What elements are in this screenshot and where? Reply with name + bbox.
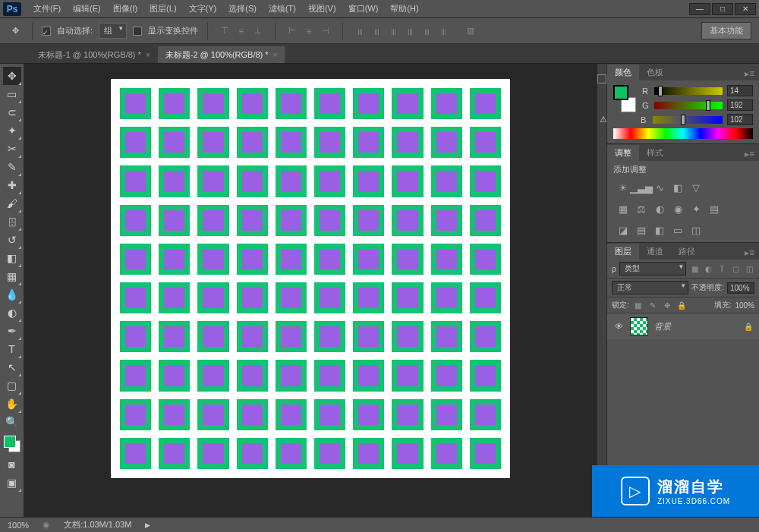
brush-tool[interactable]: 🖌 bbox=[3, 194, 21, 212]
menu-filter[interactable]: 滤镜(T) bbox=[263, 2, 302, 16]
screenmode-tool[interactable]: ▣ bbox=[3, 474, 21, 492]
bw-icon[interactable]: ◐ bbox=[653, 203, 666, 215]
distribute-icon[interactable]: ⫼ bbox=[352, 24, 367, 39]
auto-select-dropdown[interactable]: 组 bbox=[99, 23, 127, 39]
document-tab-2[interactable]: 未标题-2 @ 100%(RGB/8) * × bbox=[158, 46, 285, 63]
hue-icon[interactable]: ▦ bbox=[616, 203, 630, 215]
tab-swatches[interactable]: 色板 bbox=[639, 65, 671, 80]
panel-menu-icon[interactable]: ▸≡ bbox=[740, 246, 759, 260]
filter-shape-icon[interactable]: ▢ bbox=[730, 265, 741, 273]
distribute-icon[interactable]: ⫼ bbox=[419, 24, 434, 39]
blend-mode-dropdown[interactable]: 正常 bbox=[612, 281, 688, 294]
b-value[interactable]: 102 bbox=[727, 114, 753, 125]
history-brush-tool[interactable]: ↺ bbox=[3, 231, 21, 249]
lasso-tool[interactable]: ⊂ bbox=[3, 103, 21, 121]
arrange-icon[interactable]: ▥ bbox=[463, 24, 478, 39]
tab-color[interactable]: 颜色 bbox=[607, 65, 639, 80]
align-vcenter-icon[interactable]: ≡ bbox=[234, 24, 249, 39]
layer-thumbnail[interactable] bbox=[630, 317, 648, 335]
blur-tool[interactable]: 💧 bbox=[3, 285, 21, 304]
align-hcenter-icon[interactable]: ≡ bbox=[301, 24, 317, 39]
photo-filter-icon[interactable]: ◉ bbox=[671, 203, 685, 215]
zoom-level[interactable]: 100% bbox=[8, 521, 29, 530]
minimize-button[interactable]: — bbox=[689, 3, 710, 15]
channel-mixer-icon[interactable]: ✦ bbox=[689, 203, 703, 215]
tab-paths[interactable]: 路径 bbox=[671, 244, 703, 260]
stamp-tool[interactable]: ⌹ bbox=[3, 212, 21, 231]
menu-help[interactable]: 帮助(H) bbox=[384, 2, 424, 16]
threshold-icon[interactable]: ◧ bbox=[653, 224, 666, 236]
wand-tool[interactable]: ✦ bbox=[3, 121, 21, 140]
tab-close-icon[interactable]: × bbox=[273, 51, 278, 59]
posterize-icon[interactable]: ▤ bbox=[635, 224, 648, 236]
filter-smart-icon[interactable]: ◫ bbox=[744, 265, 754, 273]
maximize-button[interactable]: □ bbox=[712, 3, 733, 15]
menu-layer[interactable]: 图层(L) bbox=[143, 2, 182, 16]
close-button[interactable]: ✕ bbox=[735, 3, 756, 15]
layer-item-background[interactable]: 👁 背景 🔒 bbox=[607, 313, 759, 339]
color-swatch[interactable] bbox=[4, 436, 20, 452]
tab-layers[interactable]: 图层 bbox=[607, 244, 639, 260]
filter-pixel-icon[interactable]: ▦ bbox=[689, 265, 700, 273]
g-slider[interactable] bbox=[654, 102, 723, 109]
exposure-icon[interactable]: ◧ bbox=[671, 181, 685, 194]
heal-tool[interactable]: ✚ bbox=[3, 176, 21, 194]
panel-strip-icon[interactable] bbox=[597, 74, 606, 83]
menu-select[interactable]: 选择(S) bbox=[222, 2, 263, 16]
status-arrow-icon[interactable]: ▶ bbox=[145, 521, 150, 529]
r-slider[interactable] bbox=[654, 87, 723, 95]
crop-tool[interactable]: ✂ bbox=[3, 140, 21, 158]
auto-select-checkbox[interactable] bbox=[42, 27, 51, 36]
collapsed-panel-strip[interactable] bbox=[597, 64, 607, 517]
pen-tool[interactable]: ✒ bbox=[3, 322, 21, 340]
vibrance-icon[interactable]: ▽ bbox=[689, 181, 703, 194]
quickmask-tool[interactable]: ◙ bbox=[3, 455, 21, 474]
menu-file[interactable]: 文件(F) bbox=[27, 2, 67, 16]
zoom-tool[interactable]: 🔍 bbox=[3, 413, 21, 431]
tab-styles[interactable]: 样式 bbox=[639, 145, 671, 161]
gradient-tool[interactable]: ▦ bbox=[3, 267, 21, 285]
menu-image[interactable]: 图像(I) bbox=[107, 2, 143, 16]
align-right-icon[interactable]: ⊣ bbox=[318, 24, 333, 39]
menu-window[interactable]: 窗口(W) bbox=[342, 2, 385, 16]
path-tool[interactable]: ↖ bbox=[3, 358, 21, 376]
lookup-icon[interactable]: ▤ bbox=[707, 203, 721, 215]
menu-view[interactable]: 视图(V) bbox=[302, 2, 342, 16]
move-tool[interactable]: ✥ bbox=[3, 67, 21, 85]
status-icon[interactable]: ◉ bbox=[43, 520, 50, 530]
type-tool[interactable]: T bbox=[3, 340, 21, 358]
filter-kind-dropdown[interactable]: 类型 bbox=[619, 262, 686, 275]
balance-icon[interactable]: ⚖ bbox=[635, 203, 648, 215]
distribute-icon[interactable]: ⫼ bbox=[369, 24, 384, 39]
brightness-icon[interactable]: ☀ bbox=[616, 181, 630, 194]
panel-menu-icon[interactable]: ▸≡ bbox=[740, 147, 759, 161]
eyedropper-tool[interactable]: ✎ bbox=[3, 158, 21, 176]
lock-pos-icon[interactable]: ✥ bbox=[662, 301, 672, 310]
panel-menu-icon[interactable]: ▸≡ bbox=[740, 67, 759, 80]
filter-adjust-icon[interactable]: ◐ bbox=[703, 265, 713, 273]
tab-channels[interactable]: 通道 bbox=[639, 244, 671, 260]
color-swatch-pair[interactable] bbox=[613, 85, 636, 112]
menu-type[interactable]: 文字(Y) bbox=[183, 2, 223, 16]
lock-all-icon[interactable]: 🔒 bbox=[676, 301, 687, 310]
lock-trans-icon[interactable]: ▦ bbox=[633, 301, 644, 310]
layer-name[interactable]: 背景 bbox=[654, 321, 738, 332]
align-left-icon[interactable]: ⊢ bbox=[285, 24, 300, 39]
distribute-icon[interactable]: ⫼ bbox=[386, 24, 401, 39]
align-top-icon[interactable]: ⊤ bbox=[217, 24, 232, 39]
dodge-tool[interactable]: ◐ bbox=[3, 304, 21, 322]
fill-value[interactable]: 100% bbox=[735, 301, 754, 310]
gradient-map-icon[interactable]: ▭ bbox=[671, 224, 685, 236]
menu-edit[interactable]: 编辑(E) bbox=[67, 2, 107, 16]
g-value[interactable]: 192 bbox=[727, 99, 753, 111]
tab-close-icon[interactable]: × bbox=[146, 51, 150, 59]
eraser-tool[interactable]: ◧ bbox=[3, 249, 21, 267]
foreground-color-swatch[interactable] bbox=[4, 436, 16, 448]
color-spectrum[interactable] bbox=[613, 128, 753, 139]
lock-pixel-icon[interactable]: ✎ bbox=[647, 301, 658, 310]
distribute-icon[interactable]: ⫼ bbox=[402, 24, 417, 39]
selective-color-icon[interactable]: ◫ bbox=[689, 224, 703, 236]
align-bottom-icon[interactable]: ⊥ bbox=[250, 24, 266, 39]
visibility-icon[interactable]: 👁 bbox=[613, 322, 624, 331]
tab-adjustments[interactable]: 调整 bbox=[607, 145, 639, 161]
